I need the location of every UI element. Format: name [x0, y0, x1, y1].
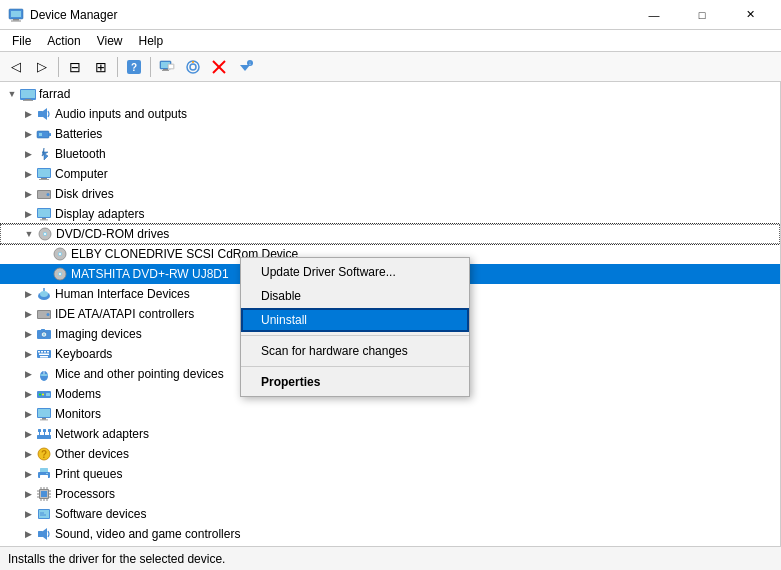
svg-rect-39 [40, 220, 48, 221]
collapse-button[interactable]: ⊟ [63, 55, 87, 79]
ide-label: IDE ATA/ATAPI controllers [55, 307, 194, 321]
ctx-update[interactable]: Update Driver Software... [241, 260, 469, 284]
menu-help[interactable]: Help [131, 32, 172, 50]
diskdrives-icon [36, 186, 52, 202]
tree-item-storage[interactable]: ▶ Storage controllers [0, 544, 780, 546]
tree-item-bluetooth[interactable]: ▶ Bluetooth [0, 144, 780, 164]
ctx-separator-2 [241, 366, 469, 367]
expand-button[interactable]: ⊞ [89, 55, 113, 79]
svg-rect-26 [37, 131, 49, 138]
modems-icon [36, 386, 52, 402]
toolbar-separator-1 [58, 57, 59, 77]
app-icon [8, 7, 24, 23]
svg-rect-62 [44, 351, 46, 353]
svg-rect-32 [39, 179, 49, 180]
down-icon: ↓ [237, 59, 253, 75]
diskdrives-label: Disk drives [55, 187, 114, 201]
toolbar: ◁ ▷ ⊟ ⊞ ? [0, 52, 781, 82]
svg-text:?: ? [131, 62, 137, 73]
print-icon [36, 466, 52, 482]
tree-item-audio[interactable]: ▶ Audio inputs and outputs [0, 104, 780, 124]
hid-expand-icon: ▶ [20, 286, 36, 302]
svg-rect-80 [48, 429, 51, 432]
modems-expand-icon: ▶ [20, 386, 36, 402]
monitors-label: Monitors [55, 407, 101, 421]
menu-view[interactable]: View [89, 32, 131, 50]
back-button[interactable]: ◁ [4, 55, 28, 79]
tree-item-diskdrives[interactable]: ▶ Disk drives [0, 184, 780, 204]
tree-item-monitors[interactable]: ▶ Monitors [0, 404, 780, 424]
network-label: Network adapters [55, 427, 149, 441]
help-button[interactable]: ? [122, 55, 146, 79]
svg-rect-74 [38, 409, 50, 417]
tree-root[interactable]: ▼ farrad [0, 84, 780, 104]
network-icon [36, 426, 52, 442]
computer-button[interactable] [155, 55, 179, 79]
imaging-label: Imaging devices [55, 327, 142, 341]
audio-expand-icon: ▶ [20, 106, 36, 122]
keyboards-expand-icon: ▶ [20, 346, 36, 362]
svg-rect-109 [38, 531, 43, 537]
audio-label: Audio inputs and outputs [55, 107, 187, 121]
bluetooth-icon [36, 146, 52, 162]
keyboards-icon [36, 346, 52, 362]
svg-rect-22 [25, 99, 31, 100]
tree-item-print[interactable]: ▶ Print queues [0, 464, 780, 484]
ctx-scan[interactable]: Scan for hardware changes [241, 339, 469, 363]
tree-item-sound[interactable]: ▶ Sound, video and game controllers [0, 524, 780, 544]
svg-rect-76 [40, 420, 48, 421]
tree-item-processors[interactable]: ▶ [0, 484, 780, 504]
svg-point-70 [39, 394, 41, 396]
menu-action[interactable]: Action [39, 32, 88, 50]
svg-point-45 [59, 253, 61, 255]
display-expand-icon: ▶ [20, 206, 36, 222]
mice-expand-icon: ▶ [20, 366, 36, 382]
computer-expand-icon: ▶ [20, 166, 36, 182]
ctx-uninstall[interactable]: Uninstall [241, 308, 469, 332]
title-bar-left: Device Manager [8, 7, 117, 23]
svg-rect-60 [38, 351, 40, 353]
tree-item-computer[interactable]: ▶ Computer [0, 164, 780, 184]
root-icon [20, 86, 36, 102]
forward-button[interactable]: ▷ [30, 55, 54, 79]
tree-item-network[interactable]: ▶ Network adapters [0, 424, 780, 444]
tree-item-display[interactable]: ▶ Display adapters [0, 204, 780, 224]
scan-button[interactable] [181, 55, 205, 79]
svg-rect-8 [163, 69, 168, 70]
hid-icon [36, 286, 52, 302]
status-bar: Installs the driver for the selected dev… [0, 546, 781, 570]
tree-item-dvd[interactable]: ▼ DVD/CD-ROM drives [0, 224, 780, 244]
tree-item-batteries[interactable]: ▶ Batteries [0, 124, 780, 144]
software-icon [36, 506, 52, 522]
dvd-child2-label: MATSHITA DVD+-RW UJ8D1 [71, 267, 229, 281]
tree-item-other[interactable]: ▶ ? Other devices [0, 444, 780, 464]
svg-point-48 [59, 273, 61, 275]
tree-panel[interactable]: ▼ farrad ▶ Audio inputs a [0, 82, 781, 546]
remove-button[interactable] [207, 55, 231, 79]
svg-rect-23 [23, 100, 33, 101]
svg-rect-78 [38, 429, 41, 432]
down-button[interactable]: ↓ [233, 55, 257, 79]
ctx-disable[interactable]: Disable [241, 284, 469, 308]
svg-rect-9 [162, 70, 169, 71]
maximize-button[interactable]: □ [679, 0, 725, 30]
svg-rect-21 [21, 90, 35, 98]
batteries-icon [36, 126, 52, 142]
print-expand-icon: ▶ [20, 466, 36, 482]
context-menu: Update Driver Software... Disable Uninst… [240, 257, 470, 397]
svg-rect-58 [41, 329, 45, 331]
other-icon: ? [36, 446, 52, 462]
tree-item-software[interactable]: ▶ Software devices [0, 504, 780, 524]
close-button[interactable]: ✕ [727, 0, 773, 30]
remove-icon [211, 59, 227, 75]
svg-rect-72 [46, 393, 50, 396]
root-label: farrad [39, 87, 70, 101]
mice-icon [36, 366, 52, 382]
minimize-button[interactable]: — [631, 0, 677, 30]
ctx-properties[interactable]: Properties [241, 370, 469, 394]
scan-icon [185, 59, 201, 75]
menu-file[interactable]: File [4, 32, 39, 50]
diskdrives-expand-icon: ▶ [20, 186, 36, 202]
svg-point-54 [47, 313, 50, 316]
svg-rect-92 [41, 491, 47, 497]
